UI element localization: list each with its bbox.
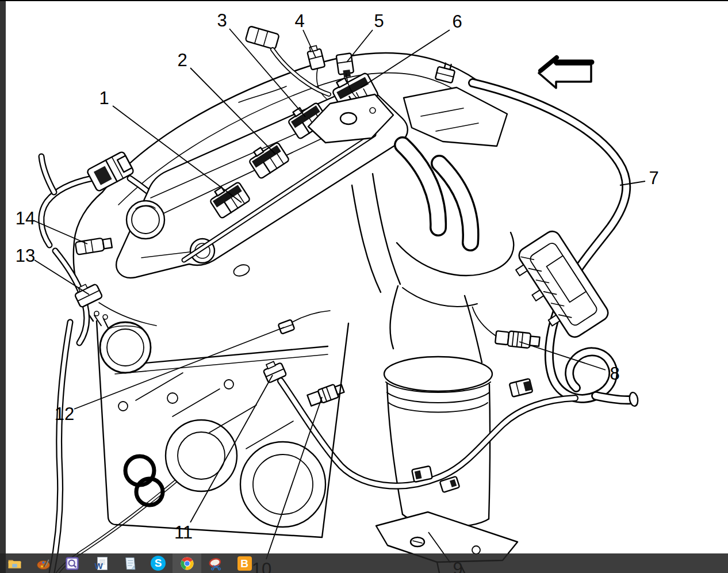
- callout-label-13: 13: [16, 246, 35, 266]
- callout-label-12: 12: [55, 404, 74, 424]
- paint-palette-icon: [36, 556, 51, 571]
- taskbar-item-bitcoin[interactable]: B: [230, 553, 259, 573]
- harness-connector: [86, 151, 134, 192]
- callout-label-4: 4: [294, 11, 304, 31]
- taskbar-item-snipping-tool[interactable]: [201, 553, 230, 573]
- callout-label-1: 1: [99, 88, 109, 108]
- engine-illustration: 1234567891011121314: [0, 0, 728, 573]
- svg-text:W: W: [94, 560, 103, 570]
- taskbar-item-chrome[interactable]: [173, 553, 201, 573]
- catalytic-converter: [384, 357, 492, 391]
- callout-label-8: 8: [610, 364, 619, 384]
- purple-viewer-icon: [64, 556, 80, 571]
- callout-leader-5: [347, 30, 373, 62]
- direction-arrow: [539, 58, 592, 88]
- taskbar-item-paint-palette[interactable]: [29, 553, 58, 573]
- cylinder-sensor: [75, 236, 113, 254]
- taskbar-item-notepad[interactable]: [115, 553, 144, 573]
- callout-label-11: 11: [174, 522, 193, 543]
- callout-label-6: 6: [452, 12, 462, 32]
- callout-label-3: 3: [217, 10, 227, 30]
- callout-label-2: 2: [177, 50, 187, 70]
- taskbar-item-skype[interactable]: S: [144, 553, 173, 573]
- hanging-connector: [245, 26, 279, 49]
- chrome-icon: [179, 556, 195, 571]
- callout-leader-13: [35, 260, 89, 295]
- callout-label-14: 14: [16, 208, 35, 228]
- top-border: [0, 0, 728, 1]
- snipping-tool-icon: [208, 556, 224, 571]
- taskbar-item-word[interactable]: W: [86, 553, 115, 573]
- callout-label-5: 5: [374, 11, 384, 31]
- callout-label-7: 7: [649, 168, 658, 188]
- taskbar-item-windows-explorer[interactable]: [0, 553, 29, 573]
- left-edge-strip: [0, 0, 6, 573]
- skype-icon: S: [151, 556, 166, 571]
- taskbar-item-picture-viewer[interactable]: [58, 553, 86, 573]
- word-icon: W: [93, 556, 109, 571]
- taskbar: W S B: [0, 553, 728, 573]
- oxygen-sensor: [469, 307, 542, 349]
- bitcoin-icon: B: [237, 556, 252, 571]
- notepad-icon: [122, 556, 137, 571]
- windows-explorer-icon: [7, 556, 22, 571]
